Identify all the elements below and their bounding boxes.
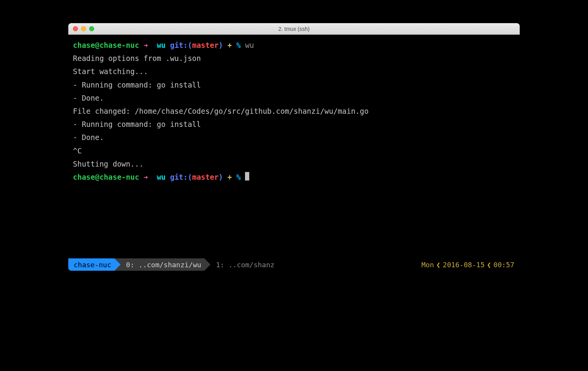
status-date: 2016-08-15	[443, 261, 485, 269]
chevron-left-icon: ❮	[485, 261, 493, 269]
chevron-left-icon: ❮	[434, 261, 443, 269]
minimize-icon[interactable]	[81, 26, 86, 31]
prompt-git-label: git:(	[170, 41, 192, 49]
terminal-window: 2. tmux (ssh) chase@chase-nuc ➜ wu git:(…	[68, 23, 520, 271]
prompt-percent: %	[236, 173, 240, 181]
prompt-arrow-icon: ➜	[144, 173, 148, 181]
output-line: - Running command: go install	[73, 120, 201, 128]
maximize-icon[interactable]	[89, 26, 94, 31]
status-window-0[interactable]: 0: ..com/shanzi/wu	[115, 258, 211, 271]
output-line: Shutting down...	[73, 160, 144, 168]
prompt-plus: +	[227, 173, 231, 181]
prompt-user-host: chase@chase-nuc	[73, 173, 139, 181]
prompt-dir: wu	[157, 173, 166, 181]
status-datetime: Mon ❮ 2016-08-15 ❮ 00:57	[416, 258, 520, 271]
prompt-plus: +	[227, 41, 231, 49]
status-host[interactable]: chase-nuc	[68, 258, 121, 271]
command-input: wu	[245, 41, 254, 49]
prompt-user-host: chase@chase-nuc	[73, 41, 139, 49]
prompt-arrow-icon: ➜	[144, 41, 148, 49]
output-line: - Done.	[73, 133, 104, 142]
traffic-lights	[68, 26, 94, 31]
prompt-git-label: git:(	[170, 173, 192, 181]
terminal-body[interactable]: chase@chase-nuc ➜ wu git:(master) + % wu…	[68, 35, 520, 258]
status-window-1[interactable]: 1: ..com/shanz	[204, 258, 416, 271]
prompt-branch: master	[192, 173, 219, 181]
prompt-git-close: )	[219, 41, 223, 49]
cursor-icon	[245, 172, 249, 180]
prompt-percent: %	[236, 41, 240, 49]
status-day: Mon	[421, 261, 434, 269]
tmux-status-bar: chase-nuc 0: ..com/shanzi/wu 1: ..com/sh…	[68, 258, 520, 271]
output-line: - Running command: go install	[73, 81, 201, 89]
prompt-branch: master	[192, 41, 219, 49]
prompt-dir: wu	[157, 41, 166, 49]
prompt-git-close: )	[219, 173, 223, 181]
titlebar: 2. tmux (ssh)	[68, 23, 520, 35]
close-icon[interactable]	[73, 26, 78, 31]
window-title: 2. tmux (ssh)	[68, 26, 520, 32]
status-time: 00:57	[493, 261, 514, 269]
output-line: - Done.	[73, 94, 104, 102]
output-line: Reading options from .wu.json	[73, 54, 201, 62]
output-line: Start watching...	[73, 67, 148, 76]
output-line: ^C	[73, 147, 82, 155]
output-line: File changed: /home/chase/Codes/go/src/g…	[73, 107, 368, 115]
